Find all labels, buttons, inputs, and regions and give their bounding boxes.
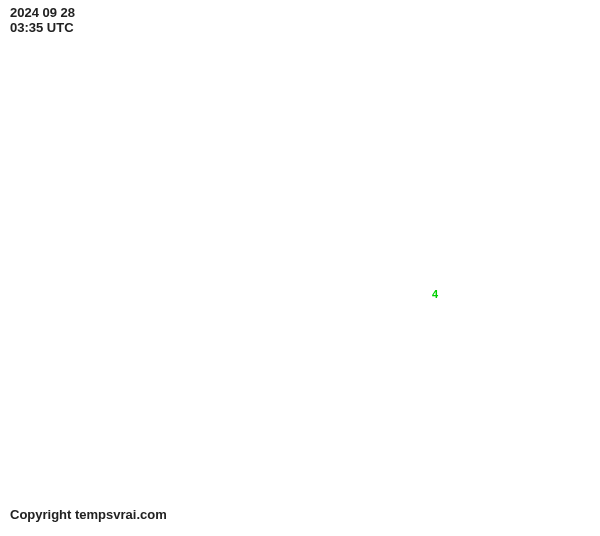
- timestamp-date: 2024 09 28: [10, 5, 75, 20]
- data-point-value: 4: [432, 288, 438, 300]
- data-point-0: 4: [432, 288, 438, 300]
- timestamp: 2024 09 28 03:35 UTC: [10, 6, 75, 36]
- copyright-notice: Copyright tempsvrai.com: [10, 507, 167, 522]
- timestamp-time: 03:35 UTC: [10, 20, 74, 35]
